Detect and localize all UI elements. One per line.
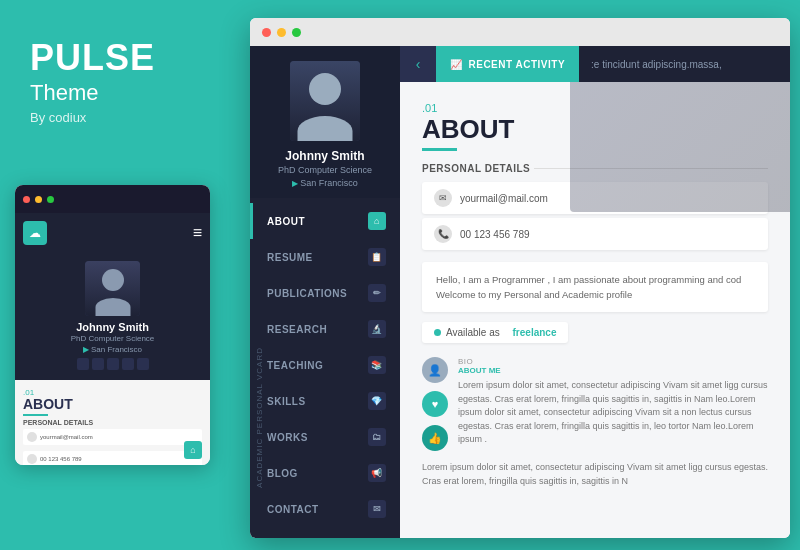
recent-activity-label: RECENT ACTIVITY [469, 59, 566, 70]
bg-decoration [570, 82, 790, 212]
mobile-home-button[interactable]: ⌂ [184, 441, 202, 459]
mobile-degree: PhD Computer Science [15, 334, 210, 343]
recent-activity-tab[interactable]: 📈 RECENT ACTIVITY [436, 46, 579, 82]
nav-label-research: RESEARCH [267, 324, 327, 335]
mobile-divider [23, 414, 48, 416]
mobile-social-f [77, 358, 89, 370]
sidebar-item-contact[interactable]: CONTACT ✉ [250, 491, 400, 527]
mobile-phone-row: 00 123 456 789 [23, 451, 202, 465]
browser-mockup: Johnny Smith PhD Computer Science ▶ San … [250, 18, 790, 538]
nav-icon-works: 🗂 [368, 428, 386, 446]
content-body: .01 ABOUT PERSONAL DETAILS ✉ yourmail@ma… [400, 82, 790, 538]
browser-dot-green [292, 28, 301, 37]
bio-text-2: Lorem ipsum dolor sit amet, consectetur … [422, 461, 768, 488]
sidebar-item-skills[interactable]: SKILLS 💎 [250, 383, 400, 419]
sidebar-item-research[interactable]: RESEARCH 🔬 [250, 311, 400, 347]
mobile-content: .01 ABOUT PERSONAL DETAILS yourmail@mail… [15, 380, 210, 465]
nav-icon-resume: 📋 [368, 248, 386, 266]
sidebar-location-text: San Francisco [300, 178, 358, 188]
available-badge: Available as freelance [422, 322, 568, 343]
browser-body: Johnny Smith PhD Computer Science ▶ San … [250, 46, 790, 538]
mobile-social-t [92, 358, 104, 370]
sidebar-nav: ABOUT ⌂ RESUME 📋 PUBLICATIONS ✏ RESEARCH… [250, 198, 400, 538]
nav-icon-blog: 📢 [368, 464, 386, 482]
mobile-phone-text: 00 123 456 789 [40, 456, 82, 462]
nav-label-resume: RESUME [267, 252, 313, 263]
sidebar-location: ▶ San Francisco [260, 178, 390, 188]
sidebar-vcard-label: ACADEMIC PERSONAL VCARD [250, 337, 269, 498]
mobile-cloud-icon: ☁ [23, 221, 47, 245]
sidebar-item-teaching[interactable]: TEACHING 📚 [250, 347, 400, 383]
nav-label-blog: BLOG [267, 468, 298, 479]
nav-label-contact: CONTACT [267, 504, 319, 515]
sidebar-item-resume[interactable]: RESUME 📋 [250, 239, 400, 275]
nav-icon-contact: ✉ [368, 500, 386, 518]
email-card-icon: ✉ [434, 189, 452, 207]
mobile-phone-icon [27, 454, 37, 464]
available-status: freelance [513, 327, 557, 338]
mobile-mockup: ☁ ≡ Johnny Smith PhD Computer Science ▶ … [15, 185, 210, 465]
nav-icon-skills: 💎 [368, 392, 386, 410]
nav-icon-research: 🔬 [368, 320, 386, 338]
activity-icon: 📈 [450, 59, 463, 70]
mobile-social-g [107, 358, 119, 370]
header-preview-text: :e tincidunt adipiscing.massa, [579, 59, 722, 70]
brand-author: By codiux [30, 110, 155, 125]
bio-text-col: BIO ABOUT ME Lorem ipsum dolor sit amet,… [458, 357, 768, 451]
location-pin-icon: ▶ [292, 179, 298, 188]
sidebar-profile: Johnny Smith PhD Computer Science ▶ San … [250, 46, 400, 198]
brand-section: PULSE Theme By codiux [30, 40, 155, 125]
bio-person-icon: 👤 [422, 357, 448, 383]
mobile-dot-green [47, 196, 54, 203]
nav-label-works: WORKS [267, 432, 308, 443]
avatar-face [290, 61, 360, 141]
mobile-avatar-face [85, 261, 140, 316]
sidebar-name: Johnny Smith [260, 149, 390, 163]
browser-dot-red [262, 28, 271, 37]
section-divider [422, 148, 457, 151]
mobile-location-pin: ▶ [83, 345, 89, 354]
sidebar-item-blog[interactable]: BLOG 📢 [250, 455, 400, 491]
mobile-social-r [122, 358, 134, 370]
mobile-email-icon [27, 432, 37, 442]
bio-section: 👤 ♥ 👍 BIO ABOUT ME Lorem ipsum dolor sit… [422, 357, 768, 451]
main-content: ‹ 📈 RECENT ACTIVITY :e tincidunt adipisc… [400, 46, 790, 538]
nav-icon-teaching: 📚 [368, 356, 386, 374]
phone-card-icon: 📞 [434, 225, 452, 243]
sidebar-item-works[interactable]: WORKS 🗂 [250, 419, 400, 455]
nav-label-publications: PUBLICATIONS [267, 288, 347, 299]
mobile-avatar [85, 261, 140, 316]
nav-label-teaching: TEACHING [267, 360, 323, 371]
phone-card: 📞 00 123 456 789 [422, 218, 768, 250]
mobile-email-row: yourmail@mail.com [23, 429, 202, 445]
mobile-dot-yellow [35, 196, 42, 203]
mobile-about-title: ABOUT [23, 397, 202, 411]
mobile-location: ▶ San Francisco [15, 345, 210, 354]
bio-label: BIO [458, 357, 768, 366]
nav-label-about: ABOUT [267, 216, 305, 227]
sidebar-degree: PhD Computer Science [260, 165, 390, 175]
nav-icon-about: ⌂ [368, 212, 386, 230]
mobile-social-icons [15, 358, 210, 370]
mobile-location-text: San Francisco [91, 345, 142, 354]
mobile-contact-cards: yourmail@mail.com 00 123 456 789 [23, 429, 202, 465]
bio-icon-col: 👤 ♥ 👍 [422, 357, 448, 451]
mobile-hamburger[interactable]: ≡ [193, 225, 202, 241]
bio-text: Lorem ipsum dolor sit amet, consectetur … [458, 379, 768, 447]
available-dot [434, 329, 441, 336]
brand-name: PULSE [30, 40, 155, 76]
mobile-social-in [137, 358, 149, 370]
bio-thumb-icon: 👍 [422, 425, 448, 451]
mobile-personal-details: PERSONAL DETAILS [23, 419, 202, 426]
sidebar-item-about[interactable]: ABOUT ⌂ [250, 203, 400, 239]
back-button[interactable]: ‹ [400, 46, 436, 82]
brand-subtitle: Theme [30, 80, 155, 106]
browser-top-bar [250, 18, 790, 46]
sidebar-item-publications[interactable]: PUBLICATIONS ✏ [250, 275, 400, 311]
content-header: ‹ 📈 RECENT ACTIVITY :e tincidunt adipisc… [400, 46, 790, 82]
bio-heart-icon: ♥ [422, 391, 448, 417]
mobile-email-text: yourmail@mail.com [40, 434, 93, 440]
nav-icon-publications: ✏ [368, 284, 386, 302]
sidebar: Johnny Smith PhD Computer Science ▶ San … [250, 46, 400, 538]
phone-card-text: 00 123 456 789 [460, 229, 530, 240]
